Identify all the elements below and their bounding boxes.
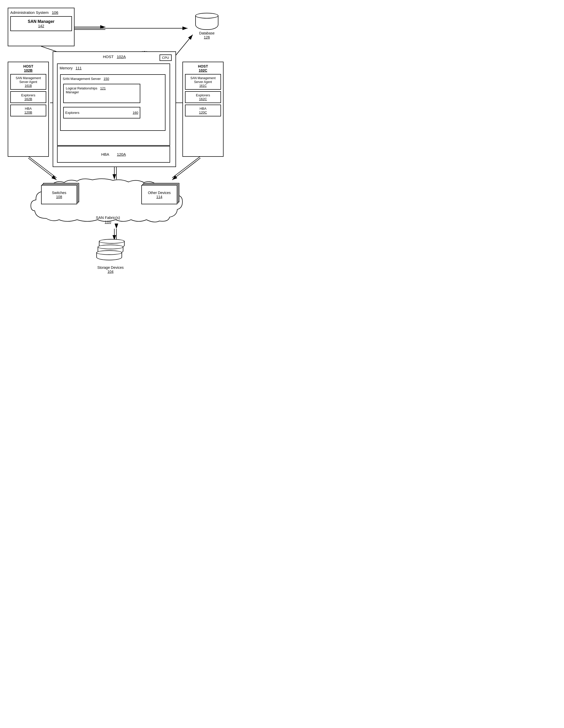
host-102c-hba-box: HBA 120C — [185, 105, 221, 116]
host-102b-box: HOST102B SAN Management Server Agent 161… — [8, 62, 49, 157]
switches-stack: Switches 108 — [41, 185, 77, 204]
host-102c-box: HOST102C SAN Management Server Agent 161… — [182, 62, 224, 157]
database-cylinder — [195, 13, 218, 30]
database-label: Database 126 — [193, 31, 221, 39]
storage-label: Storage Devices 104 — [90, 265, 131, 274]
host-102b-agent-box: SAN Management Server Agent 161B — [10, 74, 46, 90]
database-container: Database 126 — [193, 13, 221, 39]
san-fabric-label: SAN Fabric(s) 110 — [96, 215, 120, 224]
san-manager-label: SAN Manager — [13, 19, 69, 24]
admin-system-title: Administration System 106 — [10, 10, 72, 15]
svg-line-11 — [172, 158, 200, 180]
svg-line-7 — [28, 158, 57, 180]
san-manager-ref: 142 — [13, 24, 69, 28]
host-102c-agent-box: SAN Management Server Agent 161C — [185, 74, 221, 90]
host-102c-title: HOST102C — [185, 64, 221, 72]
memory-label: Memory 111 — [60, 66, 168, 70]
other-devices-box: Other Devices 114 — [141, 185, 177, 204]
explorers-box: Explorers 160 — [63, 107, 140, 118]
diagram-container: 100 171 Administration System 106 SAN Ma… — [5, 5, 226, 293]
host-102b-title: HOST102B — [10, 64, 46, 72]
logical-rel-box: Logical Relationships 121 Manager — [63, 84, 140, 103]
storage-stack — [96, 239, 125, 263]
svg-line-12 — [172, 156, 200, 178]
switches-box: Switches 108 — [41, 185, 77, 204]
storage-devices-container: Storage Devices 104 — [90, 239, 131, 274]
host-102a-title: HOST 102A — [56, 54, 173, 59]
svg-line-8 — [28, 156, 57, 178]
logical-rel-label: Logical Relationships 121 — [66, 86, 138, 90]
san-mgmt-server-label: SAN Management Server 150 — [63, 77, 163, 81]
other-devices-stack: Other Devices 114 — [141, 185, 177, 204]
svg-line-5 — [175, 35, 193, 57]
host-102c-explorers-box: Explorers 162C — [185, 91, 221, 103]
logical-rel-sublabel: Manager — [66, 90, 138, 94]
cpu-box: CPU — [160, 54, 172, 61]
other-devices-container: Other Devices 114 — [141, 185, 177, 204]
hba-120a-box: HBA 120A — [57, 146, 170, 163]
san-manager-box: SAN Manager 142 — [10, 16, 72, 31]
host-102b-hba-box: HBA 120B — [10, 105, 46, 116]
san-fabric-cloud: Switches 108 Other Devices 114 SAN Fabri… — [26, 177, 190, 229]
switches-container: Switches 108 — [41, 185, 77, 204]
san-mgmt-server-box: SAN Management Server 150 Logical Relati… — [60, 74, 165, 131]
host-102b-explorers-box: Explorers 162B — [10, 91, 46, 103]
cylinder-top — [195, 13, 218, 19]
host-102a-box: HOST 102A CPU Memory 111 SAN Management … — [53, 51, 176, 167]
admin-system-box: Administration System 106 SAN Manager 14… — [8, 8, 75, 46]
memory-box: Memory 111 SAN Management Server 150 Log… — [57, 63, 170, 146]
